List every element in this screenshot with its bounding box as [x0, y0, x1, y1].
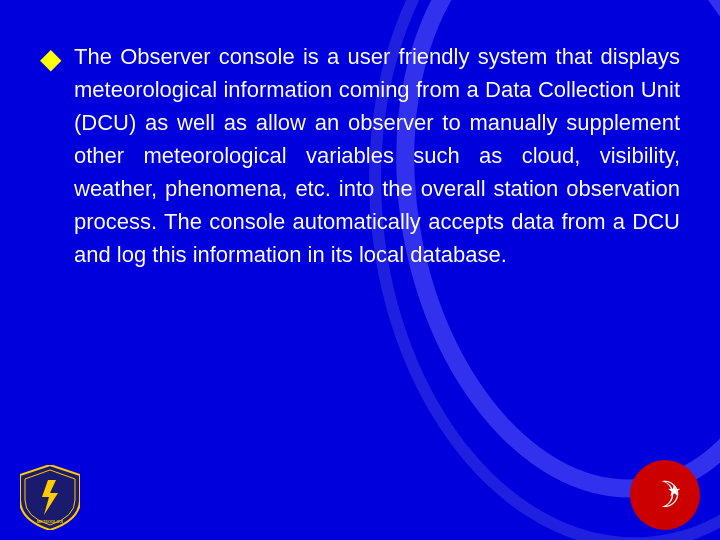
logo-container: METEODLOJI — [20, 465, 80, 525]
bullet-icon: ◆ — [40, 42, 62, 75]
star-icon: ★ — [667, 481, 681, 500]
meteodloji-logo: METEODLOJI — [20, 465, 80, 530]
turkish-flag-emblem: ☽ ★ — [630, 460, 700, 530]
main-paragraph: The Observer console is a user friendly … — [74, 40, 680, 271]
svg-text:METEODLOJI: METEODLOJI — [37, 519, 63, 524]
content-area: ◆ The Observer console is a user friendl… — [40, 40, 680, 460]
